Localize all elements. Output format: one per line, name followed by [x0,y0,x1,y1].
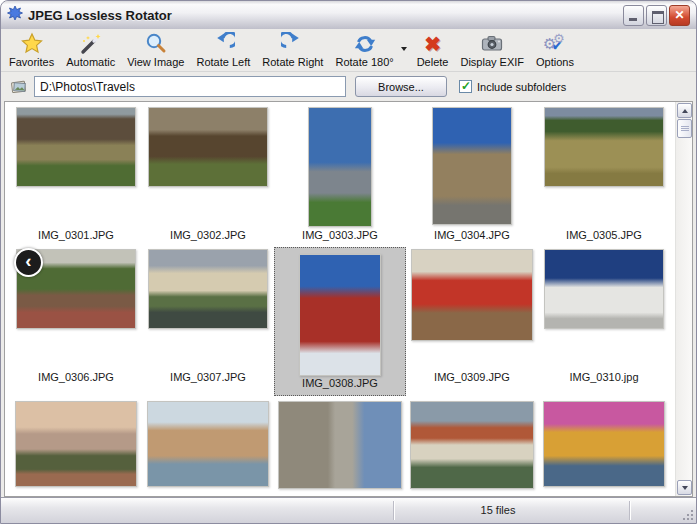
star-icon [18,32,46,56]
thumbnail-image[interactable] [148,107,268,187]
toolbar-button-rotate-left[interactable]: Rotate Left [190,31,256,71]
camera-icon [478,32,506,56]
app-icon [7,5,23,25]
chevron-left-icon: ‹ [25,250,31,272]
scroll-up-icon[interactable] [677,103,692,118]
thumbnail-filename: IMG_0304.JPG [406,229,538,241]
status-bar: 15 files [1,497,696,523]
toolbar-button-label: Rotate 180° [335,56,393,68]
rotate-180-dropdown-arrow-icon[interactable] [401,47,407,51]
toolbar-button-label: Options [536,56,574,68]
thumbnail-img-0302-jpg[interactable]: IMG_0302.JPG [142,105,274,245]
maximize-button[interactable] [646,5,667,26]
thumbnail-img-0309-jpg[interactable]: IMG_0309.JPG [406,247,538,387]
thumbnail-filename: IMG_0305.JPG [538,229,670,241]
delete-x-icon: ✖ [419,32,447,56]
thumbnail-image[interactable] [299,254,381,376]
toolbar-button-rotate-right[interactable]: Rotate Right [256,31,329,71]
toolbar-button-label: Delete [417,56,449,68]
toolbar-button-label: View Image [127,56,184,68]
thumbnail-img-0307-jpg[interactable]: IMG_0307.JPG [142,247,274,387]
toolbar-button-label: Rotate Right [262,56,323,68]
rotate-right-icon [279,32,307,56]
rotate-left-icon [209,32,237,56]
toolbar-button-delete[interactable]: ✖Delete [411,31,455,71]
toolbar-button-label: Favorites [9,56,54,68]
statusbar-separator [629,501,630,520]
browse-button[interactable]: Browse... [355,76,447,97]
gears-icon: ⚙⚙✔ [541,32,569,56]
thumbnail-filename: IMG_0307.JPG [142,371,274,383]
thumbnail-img-0304-jpg[interactable]: IMG_0304.JPG [406,105,538,245]
title-bar[interactable]: JPEG Lossless Rotator [1,1,696,29]
toolbar-button-automatic[interactable]: Automatic [60,31,121,71]
thumbnail-filename: IMG_0301.JPG [10,229,142,241]
scroll-down-icon[interactable] [677,480,692,495]
magnifier-icon [142,32,170,56]
window-title: JPEG Lossless Rotator [28,8,618,23]
thumbnail-img-0303-jpg[interactable]: IMG_0303.JPG [274,105,406,245]
toolbar-button-label: Rotate Left [196,56,250,68]
toolbar: FavoritesAutomaticView ImageRotate LeftR… [1,29,696,72]
include-subfolders-label: Include subfolders [477,81,566,93]
thumbnail-image[interactable] [544,107,664,187]
thumbnail-img-0305-jpg[interactable]: IMG_0305.JPG [538,105,670,245]
thumbnail-image[interactable] [147,401,269,487]
thumbnail-row3-col5[interactable] [538,399,670,497]
resize-grip[interactable] [691,518,693,520]
app-window: JPEG Lossless Rotator FavoritesAutomatic… [0,0,697,524]
thumbnail-image[interactable] [308,107,372,227]
thumbnail-img-0308-jpg[interactable]: IMG_0308.JPG [274,247,406,396]
minimize-button[interactable] [623,5,644,26]
file-count-text: 15 files [453,504,543,516]
thumbnail-filename: IMG_0310.jpg [538,371,670,383]
thumbnail-area: IMG_0301.JPGIMG_0302.JPGIMG_0303.JPGIMG_… [4,101,693,497]
thumbnail-image[interactable] [411,249,533,341]
thumbnail-img-0301-jpg[interactable]: IMG_0301.JPG [10,105,142,245]
thumbnail-image[interactable] [278,401,402,489]
toolbar-button-rotate-180[interactable]: Rotate 180° [329,31,399,71]
rotate-180-icon [351,32,379,56]
thumbnail-row3-col4[interactable] [406,399,538,497]
toolbar-button-display-exif[interactable]: Display EXIF [454,31,530,71]
window-controls [623,5,690,26]
thumbnail-image[interactable] [432,107,512,225]
thumbnail-image[interactable] [15,401,137,487]
thumbnail-image[interactable] [543,401,665,487]
thumbnail-row3-col1[interactable] [10,399,142,497]
path-input[interactable] [34,76,346,97]
thumbnail-image[interactable] [410,401,534,489]
thumbnail-img-0310-jpg[interactable]: IMG_0310.jpg [538,247,670,387]
path-bar: Browse... Include subfolders [1,72,696,101]
thumbnail-filename: IMG_0303.JPG [274,229,406,241]
magic-wand-icon [77,32,105,56]
vertical-scrollbar[interactable] [675,102,692,496]
thumbnail-image[interactable] [148,249,268,329]
thumbnail-filename: IMG_0309.JPG [406,371,538,383]
thumbnail-image[interactable] [544,249,664,329]
toolbar-button-label: Automatic [66,56,115,68]
include-subfolders-checkbox[interactable] [459,80,472,93]
thumbnail-filename: IMG_0306.JPG [10,371,142,383]
thumbnail-image[interactable] [16,107,136,187]
statusbar-separator [393,501,394,520]
previous-page-button[interactable]: ‹ [14,248,43,277]
thumbnail-row3-col3[interactable] [274,399,406,497]
toolbar-button-favorites[interactable]: Favorites [3,31,60,71]
toolbar-button-view-image[interactable]: View Image [121,31,190,71]
folder-photos-icon[interactable] [6,75,31,98]
thumbnail-filename: IMG_0308.JPG [275,377,405,389]
toolbar-button-label: Display EXIF [460,56,524,68]
toolbar-button-options[interactable]: ⚙⚙✔Options [530,31,580,71]
close-button[interactable] [669,5,690,26]
thumbnail-filename: IMG_0302.JPG [142,229,274,241]
scrollbar-thumb[interactable] [677,119,692,138]
thumbnail-row3-col2[interactable] [142,399,274,497]
